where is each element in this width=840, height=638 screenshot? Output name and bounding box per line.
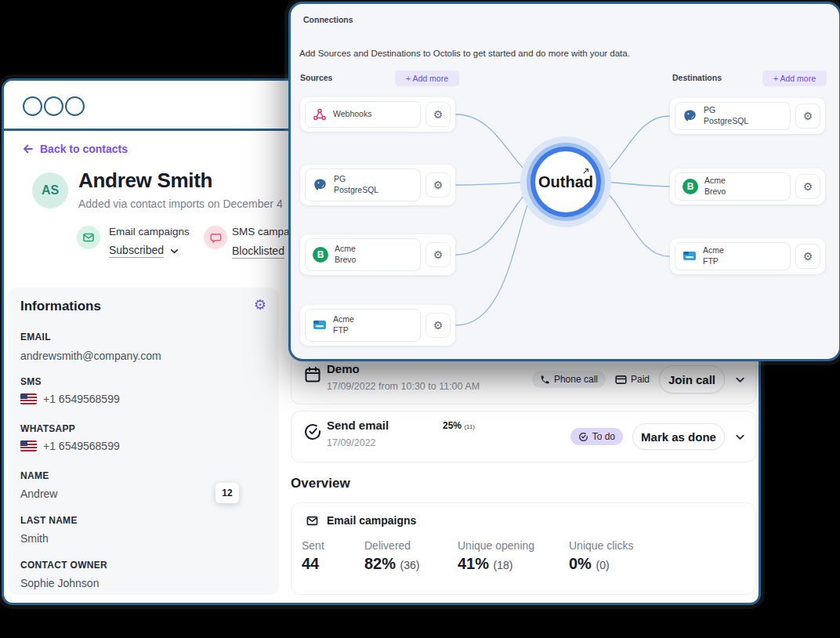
email-subscription-dropdown[interactable]: Subscribed [109,244,179,258]
us-flag-icon [20,440,37,451]
task-title: Demo [327,362,360,375]
check-circle-icon [303,422,322,441]
ftp-icon [682,250,697,263]
contact-subtitle: Added via contact imports on December 4 [78,198,283,210]
email-campaigns-label: Email campaigns [109,226,190,237]
email-open-rate: 25% (11) [443,420,475,431]
field-label-contact-owner: CONTACT OWNER [20,560,107,571]
contact-name: Andrew Smith [78,169,212,193]
phone-icon [540,375,550,385]
destination-card-ftp[interactable]: AcmeFTP ⚙ [670,238,825,274]
source-settings-icon[interactable]: ⚙ [425,172,451,198]
stat-value-delivered: 82% (36) [364,555,420,573]
brevo-icon: B [313,247,328,263]
overview-card: Email campaigns Sent 44 Delivered 82% (3… [291,502,756,595]
sms-campaign-icon [204,226,227,249]
window-control-dot-3[interactable] [65,96,85,116]
join-call-button[interactable]: Join call [659,365,725,393]
stat-label-sent: Sent [302,539,324,552]
field-value-whatsapp: +1 6549568599 [20,440,120,452]
source-card-label: Webhooks [333,109,371,120]
phone-call-badge: Phone call [532,371,606,388]
center-node[interactable]: Outhad [520,136,611,227]
informations-card: Informations ⚙ EMAIL andrewsmith@company… [8,288,279,595]
destination-settings-icon[interactable]: ⚙ [795,244,820,269]
stat-value-sent: 44 [302,555,319,573]
mark-as-done-button[interactable]: Mark as done [632,423,725,450]
overview-title: Overview [291,476,350,491]
us-flag-icon [20,393,37,404]
source-settings-icon[interactable]: ⚙ [425,313,451,338]
window-control-dot-1[interactable] [23,96,42,116]
back-to-contacts-link[interactable]: Back to contacts [21,143,128,155]
overview-card-title: Email campaigns [327,514,416,527]
field-label-name: NAME [20,470,49,481]
source-card-ftp[interactable]: AcmeFTP ⚙ [300,305,455,346]
source-settings-icon[interactable]: ⚙ [425,102,451,127]
destination-card-brevo[interactable]: B AcmeBrevo ⚙ [670,169,825,205]
destination-card-label: AcmeBrevo [704,176,726,197]
chevron-down-icon [169,246,179,256]
task-title: Send email [327,419,389,432]
source-card-label: AcmeFTP [333,314,354,335]
task-row-demo: Demo 17/09/2022 from 10:30 to 11:00 AM P… [291,354,756,404]
field-value-name: Andrew [20,488,57,500]
back-link-label: Back to contacts [40,143,128,155]
paid-badge: Paid [615,371,650,388]
field-label-email: EMAIL [20,332,51,343]
task-date: 17/09/2022 from 10:30 to 11:00 AM [327,381,480,392]
field-label-last-name: LAST NAME [20,515,78,526]
field-value-email: andrewsmith@company.com [20,350,161,362]
ftp-icon [313,319,327,332]
stat-value-unique-clicks: 0% (0) [569,555,610,573]
email-campaigns-icon [77,226,100,249]
field-value-last-name: Smith [20,532,49,545]
email-subscription-value[interactable]: Subscribed [109,244,164,258]
calendar-icon [303,365,322,384]
chevron-down-icon[interactable] [734,374,746,386]
destination-card-label: PGPostgreSQL [704,105,748,126]
destination-card-label: AcmeFTP [703,245,724,266]
destination-settings-icon[interactable]: ⚙ [795,103,820,129]
window-control-dot-2[interactable] [44,96,63,116]
connections-window: Connections Add Sources and Destinations… [288,2,840,361]
field-value-contact-owner: Sophie Johnson [20,577,99,589]
source-card-webhooks[interactable]: Webhooks ⚙ [300,97,455,132]
task-row-send-email: Send email 25% (11) 17/09/2022 To do Mar… [291,411,756,462]
postgresql-icon [682,109,697,124]
destination-settings-icon[interactable]: ⚙ [795,174,820,199]
source-card-postgresql[interactable]: PGPostgreSQL ⚙ [300,165,455,205]
informations-title: Informations [20,299,101,314]
stat-label-unique-clicks: Unique clicks [569,539,633,552]
source-settings-icon[interactable]: ⚙ [425,242,451,267]
stat-value-unique-opening: 41% (18) [458,555,513,573]
source-card-brevo[interactable]: B AcmeBrevo ⚙ [300,234,455,275]
stat-label-unique-opening: Unique opening [458,539,534,552]
task-date: 17/09/2022 [327,437,376,448]
sms-subscription-dropdown[interactable]: Blocklisted [232,244,284,258]
field-label-sms: SMS [20,376,42,387]
field-value-sms: +1 6549568599 [20,393,120,405]
informations-settings-icon[interactable]: ⚙ [254,298,266,312]
arrow-left-icon [21,143,34,155]
arrow-up-right-icon [582,167,590,175]
brevo-icon: B [682,179,698,194]
chevron-down-icon[interactable] [734,431,746,443]
source-card-label: PGPostgreSQL [334,174,378,195]
stat-label-delivered: Delivered [364,539,411,552]
avatar: AS [32,172,68,208]
destination-card-postgresql[interactable]: PGPostgreSQL ⚙ [670,98,825,134]
postgresql-icon [313,178,328,193]
todo-badge: To do [570,428,623,445]
webhooks-icon [313,107,327,121]
field-label-whatsapp: WHATSAPP [20,423,75,434]
credit-card-icon [615,375,627,385]
envelope-icon [306,515,319,527]
page-canvas: Back to contacts AS Andrew Smith Added v… [0,0,840,638]
count-badge: 12 [215,483,239,503]
center-node-label: Outhad [538,173,593,191]
check-circle-icon [578,432,588,442]
source-card-label: AcmeBrevo [335,244,356,265]
sms-subscription-value[interactable]: Blocklisted [232,245,284,259]
